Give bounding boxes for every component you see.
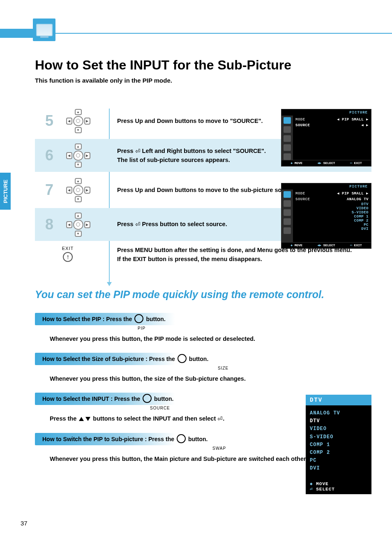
osd-source-item: PC <box>295 223 369 227</box>
remote-button-icon <box>143 394 152 403</box>
source-menu: DTV ANALOG TVDTVVIDEOS-VIDEOCOMP 1COMP 2… <box>306 395 371 494</box>
tip-desc: Whenever you press this button, the PIP … <box>35 331 371 349</box>
source-menu-header: DTV <box>306 395 371 405</box>
osd-icon-column <box>281 190 293 242</box>
osd-icon-column <box>281 116 293 160</box>
down-triangle-icon <box>85 417 90 421</box>
tip: How to Select the Size of Sub-picture : … <box>35 353 371 389</box>
button-label: SIZE <box>35 366 371 370</box>
osd-footer: ◆ MOVE◀▶ SELECT▭ EXIT <box>281 242 371 248</box>
page-title: How to Set the INPUT for the Sub-Picture <box>35 58 371 73</box>
source-menu-footer: ◆ MOVE ⏎ SELECT <box>306 477 371 494</box>
enter-icon: ⏎ <box>217 416 223 422</box>
osd-source-item: DTV <box>295 202 369 206</box>
top-border <box>0 33 392 34</box>
osd-source-item: VIDEO <box>295 206 369 211</box>
remote-button-icon <box>178 354 187 363</box>
dpad-icon: ▲▼◀▶ <box>67 179 90 201</box>
tip-bar: How to Select the PIP : Press the button… <box>35 313 290 325</box>
source-menu-item: COMP 1 <box>310 441 367 449</box>
tip-bar: How to Select the Size of Sub-picture : … <box>35 353 290 365</box>
guide-arrow-icon <box>107 282 112 286</box>
tip-bar: How to Switch the PIP to Sub-picture : P… <box>35 433 290 445</box>
osd-header: PICTURE <box>281 109 371 116</box>
source-menu-body: ANALOG TVDTVVIDEOS-VIDEOCOMP 1COMP 2PCDV… <box>306 405 371 477</box>
enter-icon: ⏎ <box>135 220 141 229</box>
osd-source-item: S-VIDEO <box>295 211 369 215</box>
remote-button-icon <box>177 434 186 443</box>
source-menu-item: PC <box>310 457 367 465</box>
step-number: 6 <box>39 147 60 164</box>
osd-source-item: COMP 1 <box>295 215 369 219</box>
osd-footer: ◆ MOVE◀▶ SELECT▭ EXIT <box>281 160 371 166</box>
dpad-icon: ▲▼◀▶ <box>67 144 90 167</box>
side-tab-picture: PICTURE <box>0 173 11 210</box>
exit-label: EXIT <box>62 246 74 251</box>
remote-button-icon <box>134 314 143 323</box>
osd-screenshot-2: PICTURE MODE◀ PIP SMALL ▶ SOURCEANALOG T… <box>281 183 371 249</box>
osd-main: MODE◀ PIP SMALL ▶ SOURCE◀ ▶ <box>293 116 371 160</box>
dpad-icon: ▲▼◀▶ <box>67 213 90 236</box>
source-menu-item: VIDEO <box>310 425 367 433</box>
enter-icon: ⏎ <box>135 147 141 155</box>
button-label: PIP <box>35 326 371 331</box>
page-subtitle: This function is available only in the P… <box>35 77 371 84</box>
tip: How to Select the PIP : Press the button… <box>35 313 371 349</box>
step-number: 5 <box>39 112 60 130</box>
up-triangle-icon <box>79 417 84 421</box>
tip-bar: How to Select the INPUT : Press the butt… <box>35 393 290 405</box>
osd-source-item: DVI <box>295 227 369 231</box>
source-menu-item: ANALOG TV <box>310 409 367 417</box>
page-number: 37 <box>21 520 28 527</box>
source-menu-item: S-VIDEO <box>310 433 367 441</box>
remote-heading: You can set the PIP mode quickly using t… <box>35 289 371 301</box>
exit-button-icon: ↑ <box>63 252 73 262</box>
osd-main: MODE◀ PIP SMALL ▶ SOURCEANALOG TV DTVVID… <box>293 190 371 242</box>
step-number: 7 <box>39 181 60 199</box>
source-menu-item: DTV <box>310 417 367 425</box>
osd-screenshot-1: PICTURE MODE◀ PIP SMALL ▶ SOURCE◀ ▶ ◆ MO… <box>281 109 371 167</box>
source-menu-item: DVI <box>310 465 367 472</box>
source-menu-item: COMP 2 <box>310 449 367 457</box>
tip-desc: Whenever you press this button, the size… <box>35 370 371 389</box>
dpad-icon: ▲▼◀▶ <box>67 110 90 132</box>
tv-icon <box>33 19 55 41</box>
osd-header: PICTURE <box>281 183 371 190</box>
osd-source-item: COMP 2 <box>295 219 369 223</box>
step-number: 8 <box>39 216 60 233</box>
